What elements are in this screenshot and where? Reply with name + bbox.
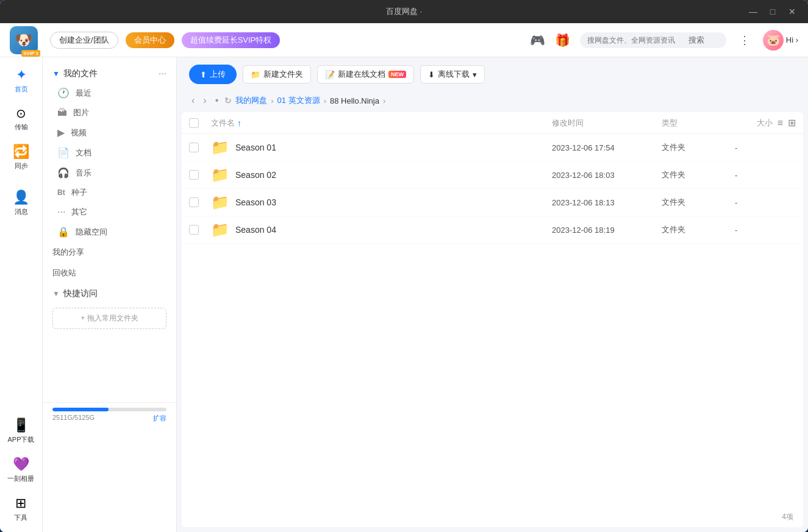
header-icons: 🎮 🎁 搜索 ⋮ 🐷 Hi › [530,30,798,51]
my-files-more[interactable]: ··· [159,68,166,79]
sidebar-item-torrent[interactable]: Bt 种子 [43,183,176,202]
file-name-cell-s04: 📁 Season 04 [211,221,552,238]
select-all-checkbox[interactable] [189,118,199,128]
sidebar-item-photos[interactable]: 🏔 图片 [43,103,176,122]
list-view-icon[interactable]: ≡ [778,118,783,129]
upload-button[interactable]: ⬆ 上传 [189,65,237,84]
breadcrumb-root[interactable]: 我的网盘 [235,95,267,106]
file-count-label: 4项 [782,512,793,522]
maximize-button[interactable]: □ [767,7,779,16]
row-checkbox-s01[interactable] [189,143,199,152]
video-icon: ▶ [57,127,65,138]
avatar: 🐷 [763,30,784,51]
table-row[interactable]: 📁 Season 01 2023-12-06 17:54 文件夹 - [182,134,803,161]
sort-icon[interactable]: ↑ [237,118,241,128]
refresh-button[interactable]: ↻ [224,96,232,105]
expand-storage-link[interactable]: 扩容 [153,414,166,423]
sidebar-item-docs[interactable]: 📄 文档 [43,143,176,163]
create-team-button[interactable]: 创建企业/团队 [50,32,118,49]
new-folder-icon: 📁 [251,70,260,79]
window-controls: — □ ✕ [747,7,798,16]
row-checkbox-s03[interactable] [189,197,199,207]
quick-access-arrow: ▼ [52,289,60,298]
type-column-header: 类型 [662,118,735,129]
folder-icon-s02: 📁 [211,166,229,183]
logo-area: 🐶 SVIP 1 [10,26,38,54]
row-checkbox-cell-s01 [189,143,211,152]
new-folder-button[interactable]: 📁 新建文件夹 [243,65,311,83]
svip-button[interactable]: 超值续费延长SVIP特权 [182,32,281,48]
file-name-cell-s03: 📁 Season 03 [211,194,552,211]
table-row[interactable]: 📁 Season 03 2023-12-06 18:13 文件夹 - [182,189,803,216]
main-layout: ✦ 首页 ⊙ 传输 🔁 同步 👤 消息 📱 APP下载 [0,57,808,532]
svip-badge: SVIP 1 [21,50,40,57]
forward-button[interactable]: › [201,94,209,107]
header-checkbox-cell [189,118,211,128]
avatar-area[interactable]: 🐷 Hi › [763,30,798,51]
recent-icon: 🕐 [57,87,70,99]
offline-download-button[interactable]: ⬇ 离线下载 ▾ [420,65,485,83]
new-doc-button[interactable]: 📝 新建在线文档 NEW [317,65,414,83]
row-checkbox-s02[interactable] [189,170,199,180]
game-icon[interactable]: 🎮 [530,33,545,48]
nav-item-album[interactable]: 💜 一刻相册 [7,452,34,488]
grid-view-icon[interactable]: ⊞ [788,117,796,129]
hidden-icon: 🔒 [57,226,70,238]
title-bar: 百度网盘 · — □ ✕ [0,0,808,23]
tools-icon: ⊞ [15,495,26,511]
nav-bottom: 📱 APP下载 💜 一刻相册 ⊞ 下具 [7,413,34,532]
other-icon: ··· [57,207,65,218]
nav-item-sync[interactable]: 🔁 同步 [0,139,42,182]
breadcrumb-hello: 88 Hello.Ninja [330,96,379,105]
nav-item-app[interactable]: 📱 APP下载 [7,413,34,449]
date-cell-s02: 2023-12-06 18:03 [552,171,662,180]
storage-info: 2511G/5125G 扩容 [52,414,166,423]
table-row[interactable]: 📁 Season 02 2023-12-06 18:03 文件夹 - [182,161,803,189]
new-doc-icon: 📝 [325,70,335,79]
size-cell-s03: - [735,198,796,207]
storage-bar-area: 2511G/5125G 扩容 [43,402,176,428]
back-button[interactable]: ‹ [189,94,197,107]
more-options-button[interactable]: ⋮ [736,32,753,49]
content-toolbar: ⬆ 上传 📁 新建文件夹 📝 新建在线文档 NEW ⬇ 离线下载 ▾ [177,57,808,91]
nav-item-message[interactable]: 👤 消息 [0,185,42,221]
file-name-cell-s02: 📁 Season 02 [211,166,552,183]
table-header: 文件名 ↑ 修改时间 类型 大小 ≡ ⊞ [182,112,803,134]
table-row[interactable]: 📁 Season 04 2023-12-06 18:19 文件夹 - [182,216,803,244]
nav-item-home[interactable]: ✦ 首页 [0,62,42,99]
search-input[interactable] [587,36,685,44]
breadcrumb-english[interactable]: 01 英文资源 [277,95,320,106]
close-button[interactable]: ✕ [786,7,798,16]
sync-icon: 🔁 [13,144,29,160]
name-column-header: 文件名 ↑ [211,118,552,129]
sidebar-item-recent[interactable]: 🕐 最近 [43,83,176,103]
minimize-button[interactable]: — [747,7,759,16]
type-cell-s02: 文件夹 [662,169,735,180]
search-button[interactable]: 搜索 [688,35,704,46]
music-icon: 🎧 [57,167,70,179]
nav-sidebar: ✦ 首页 ⊙ 传输 🔁 同步 👤 消息 📱 APP下载 [0,57,43,532]
modify-time-column-header: 修改时间 [552,118,662,129]
sidebar-item-video[interactable]: ▶ 视频 [43,122,176,143]
sidebar-item-other[interactable]: ··· 其它 [43,202,176,222]
sidebar-item-music[interactable]: 🎧 音乐 [43,163,176,183]
member-center-button[interactable]: 会员中心 [126,32,174,48]
row-checkbox-cell-s02 [189,170,211,180]
title-text: 百度网盘 · [386,6,422,17]
nav-item-tools[interactable]: ⊞ 下具 [7,491,34,527]
app-header: 🐶 SVIP 1 创建企业/团队 会员中心 超值续费延长SVIP特权 🎮 🎁 搜… [0,23,808,57]
home-icon: ✦ [16,67,27,83]
gift-icon[interactable]: 🎁 [555,33,570,48]
quick-add-folder-box[interactable]: + 拖入常用文件夹 [52,308,166,329]
logo-box: 🐶 SVIP 1 [10,26,38,54]
my-share-link[interactable]: 我的分享 [43,242,176,263]
docs-icon: 📄 [57,147,70,158]
nav-item-transfer[interactable]: ⊙ 传输 [0,101,42,137]
row-checkbox-s04[interactable] [189,225,199,235]
storage-bar-background [52,408,166,411]
my-files-title: ▼ 我的文件 ··· [43,65,176,83]
breadcrumb-sep-2: › [324,96,326,105]
sidebar-item-hidden[interactable]: 🔒 隐藏空间 [43,222,176,242]
recycle-bin-link[interactable]: 回收站 [43,263,176,283]
dropdown-button[interactable]: • [213,94,221,107]
